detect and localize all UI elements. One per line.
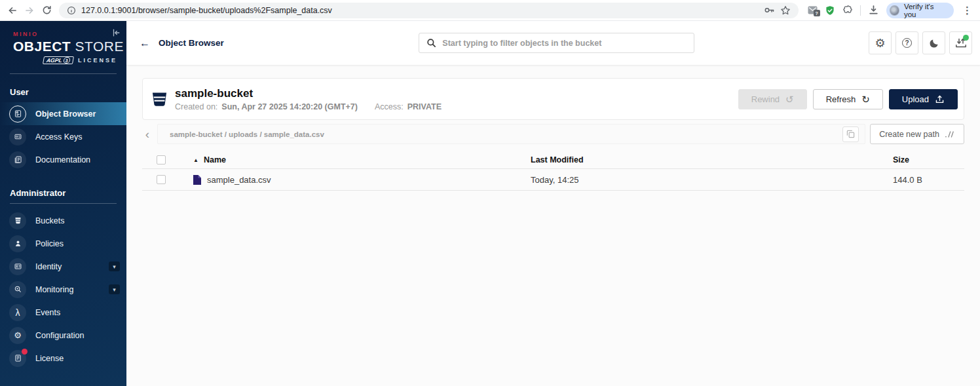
browser-chrome: 127.0.0.1:9001/browser/sample-bucket/upl… [0,0,980,21]
access-label: Access: [375,102,404,111]
sidebar-item-object-browser[interactable]: Object Browser [0,102,126,125]
column-header-size[interactable]: Size [893,155,964,164]
back-icon [7,5,18,16]
downloads-icon[interactable] [868,5,879,16]
logo-store: STORE [75,39,124,54]
column-header-last-modified[interactable]: Last Modified [531,155,893,164]
shield-extension-icon[interactable] [825,5,835,16]
table-row[interactable]: sample_data.csv Today, 14:25 144.0 B [142,169,964,191]
sidebar-item-configuration[interactable]: ⚙ Configuration [0,324,126,347]
configuration-gear-icon: ⚙ [9,327,26,344]
object-size-cell: 144.0 B [893,175,964,185]
help-button[interactable]: ? [895,31,918,54]
sidebar-item-documentation[interactable]: Documentation [0,148,126,171]
upload-icon [935,94,945,104]
license-word: LICENSE [78,57,117,64]
sidebar-item-license[interactable]: License [0,347,126,370]
extension-badge: ? [814,10,820,16]
question-icon: ? [902,38,912,48]
events-lambda-icon: λ [9,304,26,321]
browser-forward-button[interactable] [21,2,38,19]
chevron-down-icon[interactable]: ▾ [109,284,120,294]
address-bar[interactable]: 127.0.0.1:9001/browser/sample-bucket/upl… [59,3,799,18]
search-icon [426,38,436,48]
password-key-icon[interactable] [764,5,775,16]
page-title: Object Browser [159,38,224,48]
sidebar-collapse-icon[interactable] [111,28,121,37]
extensions-puzzle-icon[interactable] [842,5,853,16]
filter-search-box[interactable] [419,33,694,53]
license-icon [9,350,26,367]
chrome-divider [860,5,861,16]
sort-ascending-icon: ▲ [193,157,198,163]
object-manager-button[interactable] [949,31,972,54]
sidebar-item-label: Configuration [35,331,84,340]
copy-icon [846,130,855,138]
column-header-name[interactable]: ▲Name [193,155,531,164]
chevron-down-icon[interactable]: ▾ [109,261,120,271]
copy-path-button[interactable] [842,126,859,142]
sidebar-item-access-keys[interactable]: Access Keys [0,125,126,148]
search-input[interactable] [442,39,687,48]
settings-button[interactable]: ⚙ [869,31,892,54]
url-text: 127.0.0.1:9001/browser/sample-bucket/upl… [81,6,332,15]
path-icon [945,130,955,138]
object-browser-icon [9,106,26,123]
row-checkbox[interactable] [157,175,166,184]
sidebar-item-policies[interactable]: Policies [0,232,126,255]
browser-back-button[interactable] [4,2,21,19]
breadcrumb[interactable]: sample-bucket / uploads / sample_data.cs… [170,130,324,138]
sidebar-item-label: Object Browser [35,109,96,119]
minio-logo: MINIO OBJECT STORE AGPL 3 LICENSE [0,21,126,68]
brand-minio: MINIO [13,31,117,37]
refresh-icon: ↻ [861,94,870,104]
sidebar-item-events[interactable]: λ Events [0,301,126,324]
upload-button[interactable]: Upload [889,89,958,109]
created-label: Created on: [175,102,217,111]
sidebar-item-label: Policies [35,239,64,248]
browser-reload-button[interactable] [38,2,55,19]
buckets-icon [9,212,26,229]
site-info-icon [67,6,76,15]
sidebar-item-monitoring[interactable]: Monitoring ▾ [0,278,126,301]
breadcrumb-back-icon[interactable]: ‹ [142,128,153,140]
verify-label: Verify it's you [904,3,946,18]
select-all-checkbox[interactable] [157,155,166,164]
activity-dot [963,35,969,41]
agpl-badge: AGPL 3 [43,56,74,64]
sidebar-item-identity[interactable]: Identity ▾ [0,255,126,278]
monitoring-icon [9,281,26,298]
sidebar: MINIO OBJECT STORE AGPL 3 LICENSE User O… [0,21,126,386]
refresh-button[interactable]: Refresh ↻ [813,89,883,109]
sidebar-item-label: Identity [35,262,62,271]
sidebar-divider [10,203,117,204]
moon-icon [929,38,939,48]
object-name-cell[interactable]: sample_data.csv [193,175,531,185]
sidebar-item-buckets[interactable]: Buckets [0,209,126,232]
created-value: Sun, Apr 27 2025 14:20:20 (GMT+7) [221,102,358,111]
back-arrow-icon[interactable]: ← [140,37,150,49]
access-keys-icon [9,128,26,145]
chrome-menu-icon[interactable]: ⋮ [961,5,973,16]
create-new-path-button[interactable]: Create new path [870,124,964,144]
rewind-button[interactable]: Rewind ↺ [738,89,807,109]
bucket-name: sample-bucket [175,87,442,100]
profile-avatar [890,5,899,16]
sidebar-item-label: Buckets [35,216,64,225]
notification-dot [22,349,28,355]
verify-profile-button[interactable]: Verify it's you [886,3,954,18]
identity-icon [9,258,26,275]
sidebar-section-administrator: Administrator [0,180,126,203]
topbar: ← Object Browser ⚙ ? [126,21,980,66]
access-value: PRIVATE [407,102,442,111]
bucket-header-card: sample-bucket Created on: Sun, Apr 27 20… [142,78,964,120]
sidebar-section-user: User [0,79,126,102]
bookmark-star-icon[interactable] [780,5,791,16]
objects-table: ▲Name Last Modified Size sample_data.csv… [142,151,964,191]
reload-icon [42,5,52,15]
forward-icon [24,5,35,16]
sidebar-item-label: Documentation [35,155,90,164]
dark-mode-button[interactable] [922,31,945,54]
mail-extension-icon[interactable]: ? [808,6,818,14]
sidebar-item-label: Access Keys [35,132,83,142]
